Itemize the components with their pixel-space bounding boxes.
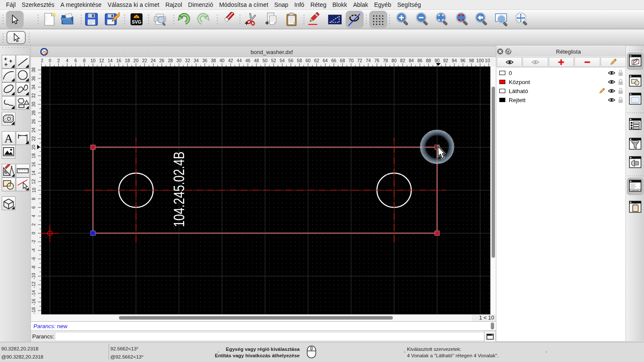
- menu-ablak[interactable]: Ablak: [350, 1, 371, 8]
- layer-visible-icon[interactable]: [608, 97, 615, 103]
- history-scroll-thumb[interactable]: [491, 323, 494, 329]
- layer-row[interactable]: Rejtett: [496, 96, 626, 105]
- layer-color-swatch[interactable]: [499, 80, 505, 84]
- menu-egyeb[interactable]: Egyéb: [371, 1, 395, 8]
- solid-tool[interactable]: [2, 196, 15, 210]
- menu-dimenzio[interactable]: Dimenzió: [185, 1, 216, 8]
- drawing-canvas[interactable]: 104.245.02.4B: [41, 66, 490, 314]
- menu-info[interactable]: Infó: [292, 1, 307, 8]
- zoom-selected-button[interactable]: [455, 12, 470, 27]
- line-tool[interactable]: [16, 55, 30, 69]
- grid-toggle-button[interactable]: [369, 11, 387, 28]
- float-panel-button[interactable]: [505, 48, 511, 54]
- hide-all-layers-button[interactable]: [522, 57, 548, 67]
- layer-row[interactable]: 0: [496, 69, 626, 78]
- selection-handle[interactable]: [434, 231, 439, 235]
- modify-tool[interactable]: [2, 178, 15, 191]
- export-svg-button[interactable]: SVG: [129, 12, 144, 27]
- draft-mode-button[interactable]: [346, 11, 364, 28]
- zoom-auto-button[interactable]: [434, 12, 450, 27]
- layer-panel-titlebar[interactable]: Réteglista: [496, 46, 626, 57]
- command-window-button[interactable]: [484, 331, 496, 342]
- canvas-vertical-scrollbar[interactable]: [490, 66, 496, 314]
- open-file-button[interactable]: [60, 12, 76, 27]
- polygon-tool[interactable]: [16, 96, 30, 110]
- layer-visible-icon[interactable]: [608, 79, 615, 84]
- layer-color-swatch[interactable]: [499, 89, 505, 93]
- selection-handle[interactable]: [91, 231, 95, 235]
- menu-a-megtekintese[interactable]: A megtekintése: [58, 1, 105, 8]
- layer-visible-icon[interactable]: [608, 88, 615, 94]
- draft-tools[interactable]: [2, 164, 15, 178]
- text-tool[interactable]: A: [2, 131, 15, 145]
- menu-reteg[interactable]: Réteg: [307, 1, 329, 8]
- toolbar-drag-handle[interactable]: [3, 14, 3, 25]
- image-tool[interactable]: [2, 145, 15, 159]
- current-tool-button[interactable]: [6, 31, 26, 44]
- layer-lock-icon[interactable]: [618, 97, 623, 103]
- cut-button[interactable]: [243, 12, 259, 27]
- menu-modositsa-a-cimet[interactable]: Módosítsa a címet: [216, 1, 271, 8]
- history-scrollbar[interactable]: [489, 321, 496, 330]
- command-input[interactable]: [55, 332, 484, 341]
- palette-drag-handle[interactable]: [1, 47, 28, 48]
- canvas-horizontal-scrollbar[interactable]: [31, 314, 472, 321]
- redo-button[interactable]: [196, 12, 211, 27]
- document-titlebar[interactable]: bond_washer.dxf: [31, 46, 496, 57]
- select-tool-button[interactable]: [6, 11, 24, 28]
- show-all-layers-button[interactable]: [497, 57, 522, 67]
- dock-library-browser-icon[interactable]: [629, 93, 641, 106]
- dock-layer-list-icon[interactable]: [629, 54, 641, 68]
- vscroll-thumb[interactable]: [492, 87, 495, 258]
- select-window-button[interactable]: [327, 12, 343, 27]
- dock-clipboard-icon[interactable]: [629, 201, 641, 214]
- ellipse-tool[interactable]: [2, 82, 15, 96]
- points-tool[interactable]: [2, 55, 15, 69]
- layer-visible-icon[interactable]: [608, 70, 615, 75]
- paste-button[interactable]: [284, 12, 299, 27]
- layer-color-swatch[interactable]: [499, 98, 505, 102]
- menu-segitseg[interactable]: Segítség: [394, 1, 424, 8]
- circle-tool[interactable]: [16, 69, 30, 82]
- menu-blokk[interactable]: Blokk: [329, 1, 350, 8]
- toolbar-drag-handle[interactable]: [3, 32, 3, 42]
- close-panel-button[interactable]: [497, 48, 503, 54]
- zoom-out-button[interactable]: [415, 12, 430, 27]
- hscroll-thumb[interactable]: [119, 316, 393, 320]
- menu-fajl[interactable]: Fájl: [3, 1, 19, 8]
- zoom-pan-button[interactable]: [514, 12, 529, 27]
- edit-layer-button[interactable]: [601, 57, 626, 67]
- spline-tool[interactable]: [16, 82, 30, 96]
- zoom-in-button[interactable]: [395, 12, 410, 27]
- layer-color-swatch[interactable]: [499, 71, 505, 75]
- selection-handle[interactable]: [91, 145, 95, 150]
- polyline-tool[interactable]: [2, 96, 15, 110]
- menu-snap[interactable]: Snap: [271, 1, 292, 8]
- delete-button[interactable]: [220, 12, 236, 27]
- menu-valassza-ki-a-cimet[interactable]: Válassza ki a címet: [105, 1, 163, 8]
- select-entity-tool[interactable]: [16, 178, 30, 191]
- dock-view-icon[interactable]: [629, 156, 641, 170]
- draw-order-button[interactable]: [307, 12, 322, 27]
- save-as-button[interactable]: [104, 12, 120, 27]
- dock-command-widget-icon[interactable]: command: [629, 180, 641, 193]
- layer-lock-icon[interactable]: [618, 70, 623, 76]
- dock-entity-list-icon[interactable]: [629, 118, 641, 132]
- zoom-window-button[interactable]: [494, 12, 510, 27]
- dock-filter-icon[interactable]: [629, 138, 641, 151]
- menu-rajzol[interactable]: Rajzol: [162, 1, 185, 8]
- arc-tool[interactable]: [2, 69, 15, 82]
- menu-szerkesztes[interactable]: Szerkesztés: [19, 1, 58, 8]
- dimension-tool[interactable]: [16, 131, 30, 145]
- dock-block-list-icon[interactable]: [629, 75, 641, 88]
- print-preview-button[interactable]: [152, 12, 168, 27]
- save-button[interactable]: [84, 12, 99, 27]
- add-layer-button[interactable]: [549, 57, 574, 67]
- layer-lock-icon[interactable]: [618, 88, 623, 94]
- layer-row[interactable]: Látható: [496, 87, 626, 96]
- undo-button[interactable]: [176, 12, 191, 27]
- copy-button[interactable]: [264, 12, 279, 27]
- zoom-previous-button[interactable]: [474, 12, 489, 27]
- layer-row[interactable]: Központ: [496, 78, 626, 87]
- measure-tool[interactable]: [16, 164, 30, 178]
